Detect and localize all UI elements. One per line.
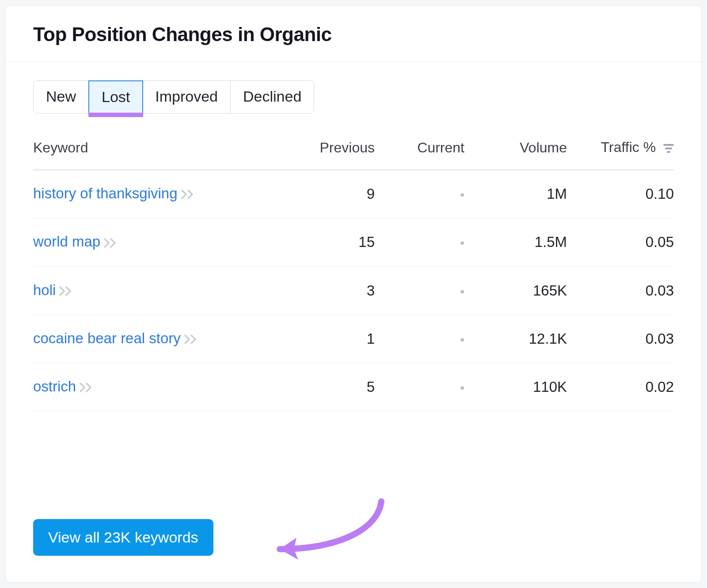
traffic-percent: 0.10 xyxy=(571,170,674,218)
column-header-previous[interactable]: Previous xyxy=(289,130,379,170)
chevrons-right-icon[interactable] xyxy=(59,283,72,300)
search-volume: 110K xyxy=(469,363,571,411)
tab-improved[interactable]: Improved xyxy=(143,81,231,113)
keyword-link[interactable]: cocaine bear real story xyxy=(33,330,181,346)
annotation-arrow-icon xyxy=(262,493,395,563)
table-row: world map15•1.5M0.05 xyxy=(33,218,674,266)
tab-lost[interactable]: Lost xyxy=(88,80,143,114)
keywords-table-container: Keyword Previous Current Volume Traffic … xyxy=(6,114,701,479)
search-volume: 165K xyxy=(469,266,571,315)
current-position: • xyxy=(379,170,469,218)
previous-position: 15 xyxy=(289,218,379,266)
chevrons-right-icon[interactable] xyxy=(80,379,93,396)
search-volume: 1.5M xyxy=(469,218,571,266)
table-row: cocaine bear real story1•12.1K0.03 xyxy=(33,315,674,363)
column-header-keyword[interactable]: Keyword xyxy=(33,130,289,170)
tab-declined[interactable]: Declined xyxy=(231,81,314,113)
svg-rect-1 xyxy=(665,148,672,149)
traffic-percent: 0.03 xyxy=(571,266,674,315)
svg-rect-2 xyxy=(667,151,670,153)
chevrons-right-icon[interactable] xyxy=(184,331,198,348)
column-header-current[interactable]: Current xyxy=(379,130,469,170)
traffic-percent: 0.05 xyxy=(571,218,674,266)
keyword-link[interactable]: ostrich xyxy=(33,378,76,395)
traffic-percent: 0.02 xyxy=(571,363,674,411)
chevrons-right-icon[interactable] xyxy=(181,186,194,203)
previous-position: 1 xyxy=(289,315,379,363)
tabs-container: NewLostImprovedDeclined xyxy=(6,62,701,114)
chevrons-right-icon[interactable] xyxy=(104,235,117,251)
sort-icon xyxy=(663,140,674,156)
current-position: • xyxy=(379,363,469,411)
previous-position: 5 xyxy=(289,363,379,411)
column-header-traffic[interactable]: Traffic % xyxy=(571,130,674,170)
search-volume: 12.1K xyxy=(469,315,571,363)
current-position: • xyxy=(379,315,469,363)
card-title: Top Position Changes in Organic xyxy=(33,23,674,46)
card-header: Top Position Changes in Organic xyxy=(6,6,701,62)
keyword-link[interactable]: world map xyxy=(33,233,100,250)
table-row: ostrich5•110K0.02 xyxy=(33,363,674,411)
search-volume: 1M xyxy=(469,170,571,218)
keywords-table: Keyword Previous Current Volume Traffic … xyxy=(33,130,674,411)
cta-container: View all 23K keywords xyxy=(6,479,701,582)
previous-position: 3 xyxy=(289,266,379,315)
previous-position: 9 xyxy=(289,170,379,218)
table-row: holi3•165K0.03 xyxy=(33,266,674,315)
keyword-link[interactable]: holi xyxy=(33,282,56,298)
table-row: history of thanksgiving9•1M0.10 xyxy=(33,170,674,218)
column-header-volume[interactable]: Volume xyxy=(469,130,571,170)
view-all-keywords-button[interactable]: View all 23K keywords xyxy=(33,519,213,556)
column-header-traffic-label: Traffic % xyxy=(601,139,656,155)
current-position: • xyxy=(379,218,469,266)
position-changes-card: Top Position Changes in Organic NewLostI… xyxy=(5,5,702,583)
filter-tabs: NewLostImprovedDeclined xyxy=(33,80,314,114)
traffic-percent: 0.03 xyxy=(571,315,674,363)
keyword-link[interactable]: history of thanksgiving xyxy=(33,185,178,201)
current-position: • xyxy=(379,266,469,315)
svg-rect-0 xyxy=(663,144,674,146)
tab-new[interactable]: New xyxy=(34,81,89,113)
